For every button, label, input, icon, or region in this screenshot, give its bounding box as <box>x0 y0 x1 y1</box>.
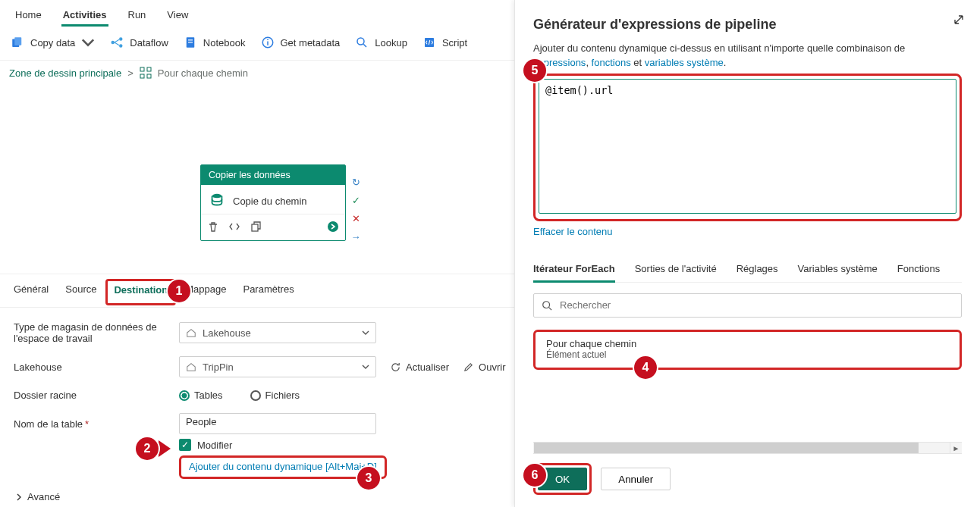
copy-data-button[interactable]: Copy data <box>11 36 95 49</box>
expression-search-input[interactable] <box>558 299 953 311</box>
dataflow-button[interactable]: Dataflow <box>110 36 168 49</box>
add-dynamic-content-link[interactable]: Ajouter du contenu dynamique [Alt+Maj+D] <box>179 455 387 479</box>
marker-6: 6 <box>523 464 546 487</box>
expand-icon[interactable] <box>953 14 965 26</box>
activity-header: Copier les données <box>201 165 345 185</box>
script-label: Script <box>442 37 467 49</box>
foreach-item-title: Pour chaque chemin <box>546 338 949 349</box>
expression-helper-tabs: Itérateur ForEach Sorties de l'activité … <box>533 258 962 283</box>
database-icon <box>209 192 225 209</box>
get-metadata-button[interactable]: Get metadata <box>261 36 341 49</box>
chevron-down-icon <box>362 363 369 371</box>
table-name-input[interactable]: People <box>179 413 376 434</box>
menu-home[interactable]: Home <box>14 6 43 27</box>
svg-point-3 <box>119 37 123 41</box>
svg-rect-6 <box>188 39 193 40</box>
marker-3: 3 <box>357 467 380 490</box>
fail-handle-icon[interactable]: ✕ <box>349 212 363 224</box>
code-icon[interactable] <box>228 221 240 233</box>
fntab-foreach[interactable]: Itérateur ForEach <box>533 258 615 282</box>
table-name-label: Nom de la table* <box>14 418 165 430</box>
script-icon <box>422 36 436 49</box>
functions-link[interactable]: fonctions <box>592 57 631 68</box>
expression-builder-panel: Générateur d'expressions de pipeline Ajo… <box>514 0 980 507</box>
svg-point-2 <box>112 41 115 45</box>
refresh-button[interactable]: Actualiser <box>390 361 449 373</box>
svg-point-17 <box>212 194 222 199</box>
edit-icon <box>463 361 474 373</box>
marker-1: 1 <box>168 280 190 302</box>
lakehouse-value: TripPin <box>203 361 234 373</box>
info-icon <box>261 36 275 49</box>
svg-rect-10 <box>267 39 269 41</box>
notebook-icon <box>184 36 197 49</box>
store-type-value: Lakehouse <box>203 327 251 339</box>
delete-icon[interactable] <box>207 221 219 233</box>
foreach-item-sub: Élément actuel <box>546 349 949 360</box>
lookup-label: Lookup <box>375 37 407 49</box>
tab-parameters[interactable]: Paramètres <box>243 283 294 299</box>
open-button[interactable]: Ouvrir <box>463 361 505 373</box>
horizontal-scrollbar[interactable]: ◄ ► <box>533 442 962 454</box>
cancel-button[interactable]: Annuler <box>601 468 671 490</box>
tab-destination[interactable]: Destination <box>105 279 176 305</box>
go-arrow-icon[interactable] <box>327 221 339 233</box>
lakehouse-select[interactable]: TripPin <box>179 356 376 377</box>
notebook-button[interactable]: Notebook <box>184 36 246 49</box>
modifier-checkbox[interactable]: ✓ <box>179 439 191 451</box>
expression-search[interactable] <box>533 293 962 318</box>
svg-rect-13 <box>140 67 144 71</box>
success-handle-icon[interactable]: ✓ <box>349 194 363 206</box>
fntab-functions[interactable]: Fonctions <box>897 258 940 282</box>
activity-side-handles: ↻ ✓ ✕ → <box>349 176 363 243</box>
panel-help: Ajouter du contenu dynamique ci-dessus e… <box>533 42 962 70</box>
copy-activity-card[interactable]: Copier les données Copie du chemin <box>200 164 346 241</box>
breadcrumb-separator: > <box>127 67 133 79</box>
menu-view[interactable]: View <box>165 6 190 27</box>
marker-5: 5 <box>523 59 546 82</box>
script-button[interactable]: Script <box>422 36 467 49</box>
root-files-radio[interactable]: Fichiers <box>250 390 300 401</box>
tab-mapping[interactable]: Mappage <box>185 283 226 299</box>
store-type-select[interactable]: Lakehouse <box>179 322 376 343</box>
tab-source[interactable]: Source <box>65 283 96 299</box>
svg-point-11 <box>357 38 364 45</box>
skip-handle-icon[interactable]: → <box>349 230 363 243</box>
activity-title: Copie du chemin <box>233 196 307 207</box>
svg-point-19 <box>328 221 338 232</box>
foreach-item-option[interactable]: Pour chaque chemin Élément actuel <box>533 330 962 370</box>
modifier-label: Modifier <box>197 440 232 451</box>
chevron-right-icon <box>15 493 23 501</box>
marker-2-arrow <box>159 440 171 457</box>
expression-highlight <box>533 74 962 221</box>
lakehouse-label: Lakehouse <box>14 361 165 373</box>
lakehouse-icon <box>186 327 196 338</box>
scroll-thumb[interactable] <box>534 443 919 453</box>
fntab-settings[interactable]: Réglages <box>737 258 778 282</box>
svg-rect-14 <box>147 67 151 71</box>
expression-input[interactable] <box>539 79 956 214</box>
marker-4: 4 <box>634 356 657 379</box>
menu-activities[interactable]: Activities <box>61 6 108 27</box>
tab-general[interactable]: Général <box>14 283 49 299</box>
root-tables-radio[interactable]: Tables <box>179 390 223 401</box>
get-metadata-label: Get metadata <box>281 37 341 49</box>
search-icon <box>355 36 369 49</box>
marker-2: 2 <box>136 437 159 460</box>
svg-rect-15 <box>140 74 144 78</box>
scroll-right-arrow[interactable]: ► <box>950 443 962 453</box>
lookup-button[interactable]: Lookup <box>355 36 407 49</box>
panel-button-row: OK Annuler <box>533 463 962 495</box>
foreach-icon <box>140 67 152 79</box>
breadcrumb-root[interactable]: Zone de dessin principale <box>9 67 121 79</box>
chevron-down-icon <box>362 329 369 336</box>
system-variables-link[interactable]: variables système <box>645 57 724 68</box>
fntab-sysvars[interactable]: Variables système <box>798 258 878 282</box>
clone-icon[interactable] <box>250 221 262 233</box>
panel-title: Générateur d'expressions de pipeline <box>533 17 962 33</box>
loop-handle-icon[interactable]: ↻ <box>349 176 363 188</box>
clear-content-link[interactable]: Effacer le contenu <box>533 226 962 237</box>
fntab-outputs[interactable]: Sorties de l'activité <box>635 258 717 282</box>
lakehouse-icon <box>186 361 196 372</box>
menu-run[interactable]: Run <box>127 6 148 27</box>
